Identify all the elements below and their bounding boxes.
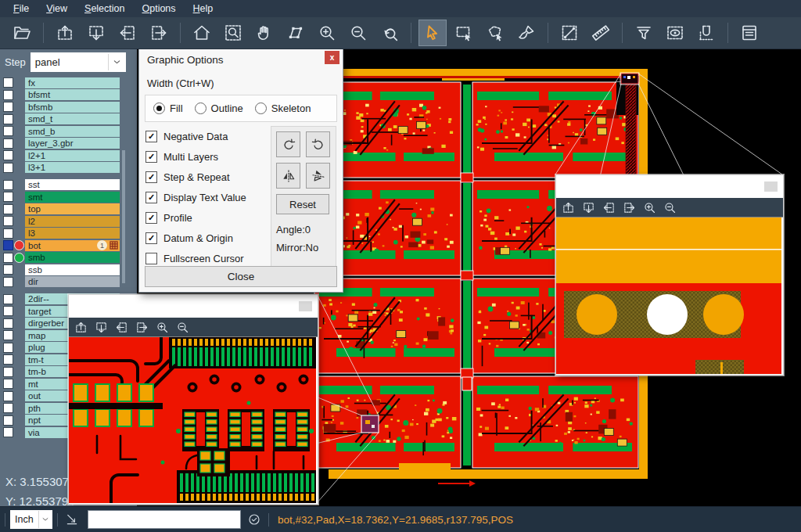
layer-visibility-checkbox[interactable] bbox=[3, 192, 13, 202]
pan-left-button[interactable] bbox=[115, 321, 128, 334]
zoom-in-button[interactable] bbox=[643, 201, 656, 214]
rotate-cw-button[interactable] bbox=[276, 131, 300, 157]
zoom-window-left[interactable] bbox=[68, 294, 318, 505]
layer-visibility-checkbox[interactable] bbox=[3, 163, 13, 173]
layer-visibility-checkbox[interactable] bbox=[3, 216, 13, 226]
layer-visibility-checkbox[interactable] bbox=[3, 126, 13, 136]
layer-visibility-checkbox[interactable] bbox=[3, 77, 13, 88]
radio-skeleton[interactable]: Skeleton bbox=[255, 102, 311, 114]
layer-row-top[interactable]: top bbox=[0, 203, 137, 216]
layer-visibility-checkbox[interactable] bbox=[3, 240, 13, 250]
layer-row-smt[interactable]: smt bbox=[0, 191, 137, 203]
layer-visibility-checkbox[interactable] bbox=[3, 427, 13, 437]
layer-row-fx[interactable]: fx bbox=[0, 77, 137, 89]
layer-row-ssb[interactable]: ssb bbox=[0, 264, 137, 276]
layer-visibility-checkbox[interactable] bbox=[3, 180, 13, 190]
pan-down-button[interactable] bbox=[582, 201, 595, 214]
flip-v-button[interactable] bbox=[306, 163, 330, 189]
menu-help[interactable]: Help bbox=[185, 2, 222, 16]
layer-scrollbar[interactable] bbox=[122, 150, 125, 283]
layer-visibility-checkbox[interactable] bbox=[3, 138, 13, 149]
layer-row-smb[interactable]: smb bbox=[0, 252, 137, 264]
layer-row-l3+1[interactable]: l3+1 bbox=[0, 162, 137, 174]
menu-selection[interactable]: Selection bbox=[76, 2, 133, 16]
menu-options[interactable]: Options bbox=[133, 2, 184, 16]
layer-visibility-checkbox[interactable] bbox=[3, 102, 13, 112]
zoom-previous-button[interactable] bbox=[375, 20, 404, 46]
layer-row-l2[interactable]: l2 bbox=[0, 215, 137, 228]
zoom-out-button[interactable] bbox=[176, 321, 189, 334]
zoom-area-button[interactable] bbox=[219, 20, 247, 46]
pan-left-button[interactable] bbox=[602, 201, 616, 214]
zoom-out-button[interactable] bbox=[344, 20, 372, 46]
close-button[interactable]: Close bbox=[145, 266, 337, 287]
layer-visibility-checkbox[interactable] bbox=[3, 253, 13, 263]
angle-measure-icon[interactable] bbox=[65, 512, 79, 527]
layer-row-smd_t[interactable]: smd_t bbox=[0, 113, 137, 126]
pan-right-button[interactable] bbox=[145, 20, 173, 46]
brush-select-button[interactable] bbox=[512, 20, 541, 46]
zoom-in-button[interactable] bbox=[313, 20, 341, 46]
checkbox-display-text-value[interactable]: ✓Display Text Value bbox=[145, 187, 271, 207]
menu-file[interactable]: File bbox=[5, 2, 38, 16]
rotate-ccw-button[interactable] bbox=[306, 131, 330, 157]
zoom-window-title-bar[interactable] bbox=[69, 295, 318, 318]
reset-button[interactable]: Reset bbox=[276, 194, 329, 214]
chevron-down-icon[interactable] bbox=[38, 511, 52, 528]
layer-row-smd_b[interactable]: smd_b bbox=[0, 125, 137, 138]
layer-visibility-checkbox[interactable] bbox=[3, 391, 13, 401]
pan-right-button[interactable] bbox=[135, 321, 149, 334]
checkbox-profile[interactable]: ✓Profile bbox=[145, 207, 271, 228]
open-file-button[interactable] bbox=[8, 20, 36, 46]
layer-visibility-checkbox[interactable] bbox=[3, 90, 13, 100]
menu-view[interactable]: View bbox=[38, 2, 76, 16]
unit-select[interactable]: Inch bbox=[10, 510, 52, 529]
pan-left-button[interactable] bbox=[113, 20, 142, 46]
layer-visibility-checkbox[interactable] bbox=[3, 150, 13, 160]
layer-visibility-checkbox[interactable] bbox=[3, 318, 13, 329]
layer-row-bfsmt[interactable]: bfsmt bbox=[0, 89, 137, 102]
pan-right-button[interactable] bbox=[623, 201, 636, 214]
pan-up-button[interactable] bbox=[51, 20, 79, 46]
layer-visibility-checkbox[interactable] bbox=[3, 114, 13, 124]
layer-visibility-checkbox[interactable] bbox=[3, 264, 13, 275]
pan-up-button[interactable] bbox=[562, 201, 575, 214]
filter-button[interactable] bbox=[630, 20, 658, 46]
layer-visibility-checkbox[interactable] bbox=[3, 415, 13, 426]
pan-down-button[interactable] bbox=[82, 20, 110, 46]
layer-row-bfsmb[interactable]: bfsmb bbox=[0, 101, 137, 113]
command-input[interactable] bbox=[88, 510, 241, 529]
chevron-down-icon[interactable] bbox=[108, 54, 124, 70]
layer-visibility-checkbox[interactable] bbox=[3, 204, 13, 214]
poly-select-button[interactable] bbox=[481, 20, 509, 46]
snap-button[interactable] bbox=[692, 20, 720, 46]
checkbox-negative-data[interactable]: ✓Negative Data bbox=[145, 126, 271, 146]
layer-row-dir[interactable]: dir bbox=[0, 276, 137, 289]
layer-row-sst[interactable]: sst bbox=[0, 179, 137, 192]
rect-select-button[interactable] bbox=[450, 20, 478, 46]
layer-row-l3[interactable]: l3 bbox=[0, 228, 137, 240]
report-button[interactable] bbox=[735, 20, 763, 46]
window-button[interactable] bbox=[764, 182, 778, 192]
pointer-select-button[interactable] bbox=[418, 20, 447, 46]
layer-row-layer_3.gbr[interactable]: layer_3.gbr bbox=[0, 138, 137, 150]
pan-hand-button[interactable] bbox=[250, 20, 278, 46]
pan-up-button[interactable] bbox=[74, 321, 88, 334]
home-view-button[interactable] bbox=[188, 20, 216, 46]
ruler-button[interactable] bbox=[587, 20, 615, 46]
inspect-button[interactable] bbox=[661, 20, 689, 46]
checkbox-multi-layers[interactable]: ✓Multi Layers bbox=[145, 146, 271, 167]
layer-visibility-checkbox[interactable] bbox=[3, 228, 13, 239]
layer-visibility-checkbox[interactable] bbox=[3, 354, 13, 365]
zoom-out-button[interactable] bbox=[663, 201, 677, 214]
zoom-in-button[interactable] bbox=[156, 321, 169, 334]
step-select[interactable]: panel bbox=[31, 52, 126, 72]
layer-visibility-checkbox[interactable] bbox=[3, 367, 13, 377]
radio-fill[interactable]: Fill bbox=[153, 102, 183, 114]
zoom-window-title-bar[interactable] bbox=[556, 175, 783, 198]
layer-visibility-checkbox[interactable] bbox=[3, 379, 13, 389]
flip-h-button[interactable] bbox=[276, 163, 300, 189]
layer-visibility-checkbox[interactable] bbox=[3, 277, 13, 287]
close-icon[interactable]: x bbox=[325, 51, 339, 64]
checkbox-step-repeat[interactable]: ✓Step & Repeat bbox=[145, 167, 271, 187]
